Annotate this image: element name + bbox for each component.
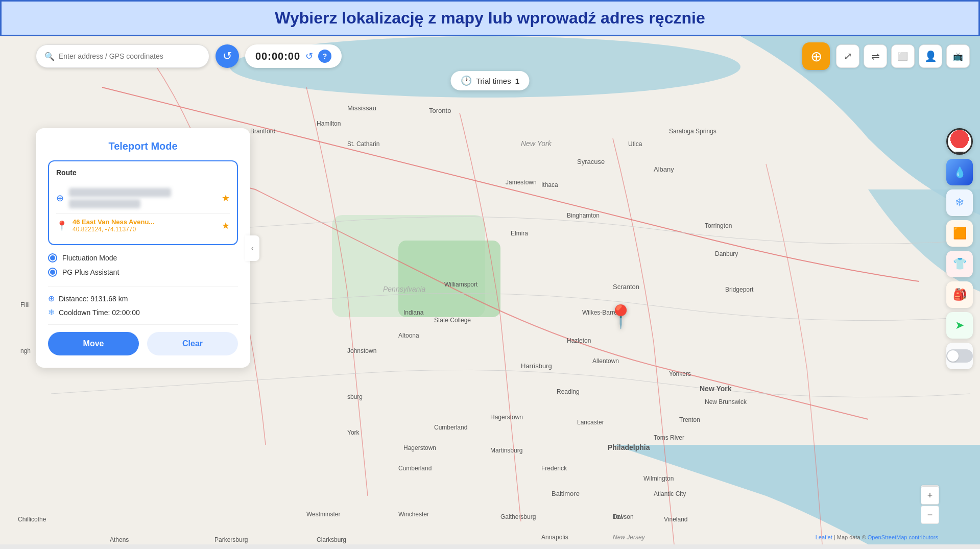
bag-button[interactable]: 🎒 — [946, 281, 973, 308]
svg-text:Athens: Athens — [110, 536, 129, 543]
pokeball-button[interactable] — [946, 128, 973, 155]
svg-rect-3 — [398, 241, 500, 317]
svg-text:Vineland: Vineland — [664, 516, 688, 523]
svg-text:Williamsport: Williamsport — [444, 281, 478, 288]
pg-plus-radio[interactable] — [48, 268, 57, 277]
timer-refresh-icon[interactable]: ↺ — [305, 51, 313, 62]
svg-text:Lancaster: Lancaster — [577, 419, 604, 426]
svg-text:Cumberland: Cumberland — [434, 424, 467, 431]
zoom-in-button[interactable]: + — [921, 486, 939, 505]
pg-plus-option[interactable]: PG Plus Assistant — [48, 268, 238, 277]
destination-route-item: 📍 46 East Van Ness Avenu... 40.822124, -… — [56, 214, 230, 237]
options-row: Fluctuation Mode PG Plus Assistant — [48, 253, 238, 277]
attribution-separator: | Map data © — [834, 534, 868, 540]
move-arrows-button[interactable]: ⤢ — [836, 44, 859, 68]
toolbar: 🔍 ↺ 00:00:00 ↺ ? ⊕ ⤢ ⇌ ⬜ — [36, 42, 970, 70]
destination-coords: 40.822124, -74.113770 — [73, 226, 217, 233]
orange-box-button[interactable]: 🟧 — [946, 220, 973, 247]
person-button[interactable]: 👤 — [919, 44, 942, 68]
svg-text:Elmira: Elmira — [511, 230, 528, 237]
orange-box-icon: 🟧 — [953, 227, 967, 240]
panel-title: Teleport Mode — [48, 140, 238, 152]
fluctuation-radio-inner — [50, 255, 55, 260]
svg-text:Danbury: Danbury — [715, 250, 738, 257]
toggle-button[interactable] — [946, 343, 973, 369]
svg-text:Chillicothe: Chillicothe — [18, 516, 46, 523]
cooldown-icon: ❄ — [48, 307, 55, 317]
svg-text:York: York — [347, 429, 360, 436]
destination-star-button[interactable]: ★ — [222, 220, 230, 231]
svg-text:State College: State College — [434, 317, 471, 324]
bag-icon: 🎒 — [953, 288, 967, 301]
svg-text:Pennsylvania: Pennsylvania — [383, 285, 425, 293]
svg-text:Filli: Filli — [20, 301, 30, 308]
svg-text:Cumberland: Cumberland — [398, 465, 432, 472]
svg-text:Torrington: Torrington — [705, 222, 732, 229]
banner-text: Wybierz lokalizację z mapy lub wprowadź … — [275, 9, 705, 27]
route-label: Route — [56, 169, 230, 177]
rect-icon: ⬜ — [898, 52, 908, 61]
timer-display: 00:00:00 — [255, 51, 300, 62]
blurred-address-2 — [69, 199, 140, 208]
svg-text:Del: Del — [613, 513, 622, 520]
svg-text:Baltimore: Baltimore — [552, 490, 580, 497]
search-input[interactable] — [59, 52, 192, 60]
refresh-icon: ↺ — [223, 50, 232, 63]
distance-label: Distance: 9131.68 km — [59, 295, 128, 303]
svg-text:New Brunswick: New Brunswick — [705, 398, 747, 405]
svg-text:Hamilton: Hamilton — [317, 120, 341, 127]
action-buttons: Move Clear — [48, 332, 238, 355]
svg-text:New York: New York — [700, 385, 732, 393]
svg-text:Brantford: Brantford — [250, 128, 275, 135]
distance-icon: ⊕ — [48, 294, 55, 303]
svg-text:Toronto: Toronto — [429, 107, 451, 114]
collapse-arrow[interactable]: ‹ — [245, 235, 259, 261]
svg-text:Saratoga Springs: Saratoga Springs — [669, 128, 716, 135]
nav-arrow-button[interactable]: ➤ — [946, 312, 973, 339]
refresh-button[interactable]: ↺ — [216, 44, 239, 68]
svg-text:Hagerstown: Hagerstown — [403, 444, 436, 451]
rect-button[interactable]: ⬜ — [891, 44, 915, 68]
trial-badge: 🕐 Trial times 1 — [450, 71, 530, 90]
zoom-out-icon: − — [927, 510, 933, 520]
svg-text:Wilmington: Wilmington — [643, 475, 674, 482]
toggle-switch[interactable] — [946, 349, 973, 363]
svg-text:Philadelphia: Philadelphia — [608, 443, 650, 451]
svg-text:Albany: Albany — [654, 165, 674, 173]
svg-text:ngh: ngh — [20, 347, 31, 354]
collapse-icon: ‹ — [251, 244, 254, 252]
water-drop-button[interactable]: 💧 — [946, 159, 973, 185]
blurred-address-1 — [69, 188, 171, 197]
move-button[interactable]: Move — [48, 332, 139, 355]
fluctuation-radio[interactable] — [48, 253, 57, 262]
route-button[interactable]: ⇌ — [864, 44, 887, 68]
map-attribution: Leaflet | Map data © OpenStreetMap contr… — [816, 534, 938, 540]
origin-route-item: ⊕ ★ — [56, 183, 230, 214]
origin-star-button[interactable]: ★ — [222, 193, 230, 204]
route-icon: ⇌ — [871, 50, 880, 62]
trial-count: 1 — [515, 77, 519, 85]
screen-button[interactable]: 📺 — [946, 44, 970, 68]
main-container: Mississau Hamilton Brantford St. Cathari… — [0, 36, 980, 544]
target-button[interactable]: ⊕ — [802, 42, 830, 70]
distance-row: ⊕ Distance: 9131.68 km — [48, 294, 238, 303]
snowflake-button[interactable]: ❄ — [946, 189, 973, 216]
svg-text:Parkersburg: Parkersburg — [214, 536, 248, 543]
trial-label: Trial times — [476, 77, 511, 85]
svg-text:St. Catharin: St. Catharin — [347, 140, 379, 148]
svg-text:New York: New York — [521, 139, 552, 148]
divider-2 — [48, 324, 238, 325]
leaflet-text: Leaflet — [816, 534, 832, 540]
clear-button[interactable]: Clear — [147, 332, 238, 355]
cooldown-label: Cooldown Time: 02:00:00 — [59, 308, 140, 317]
svg-text:Westminster: Westminster — [306, 511, 340, 518]
svg-text:Syracuse: Syracuse — [577, 158, 605, 165]
divider-1 — [48, 286, 238, 287]
osm-text: OpenStreetMap contributors — [868, 534, 938, 540]
fluctuation-mode-option[interactable]: Fluctuation Mode — [48, 253, 238, 262]
svg-text:New Jersey: New Jersey — [613, 534, 646, 541]
shirt-button[interactable]: 👕 — [946, 251, 973, 277]
zoom-out-button[interactable]: − — [921, 506, 939, 524]
svg-text:Hagerstown: Hagerstown — [490, 414, 523, 421]
timer-help-button[interactable]: ? — [318, 50, 331, 63]
